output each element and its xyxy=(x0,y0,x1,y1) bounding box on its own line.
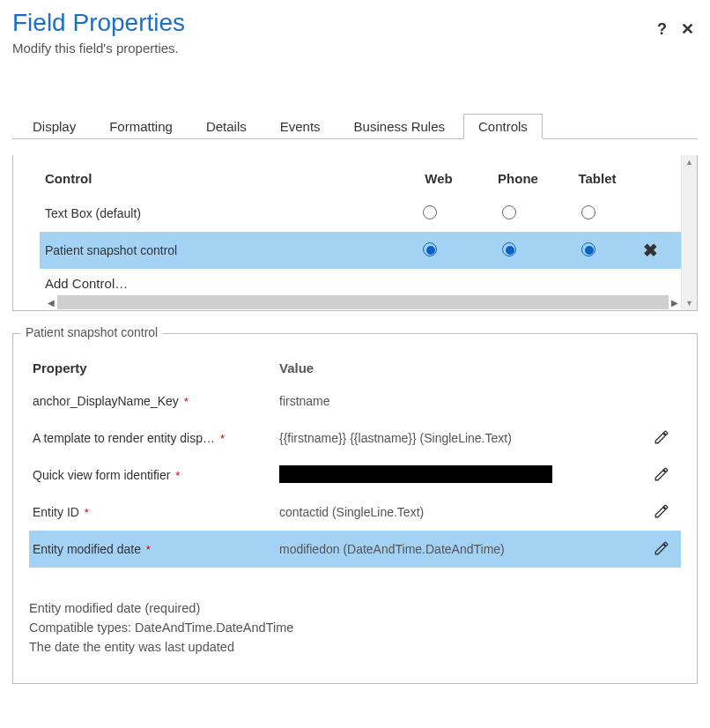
tab-controls[interactable]: Controls xyxy=(463,114,543,139)
property-name: Quick view form identifier * xyxy=(29,468,276,482)
radio-tablet[interactable] xyxy=(581,205,595,219)
required-asterisk-icon: * xyxy=(175,469,180,482)
close-icon[interactable]: ✕ xyxy=(681,19,694,39)
tab-display[interactable]: Display xyxy=(18,114,91,139)
control-name: Patient snapshot control xyxy=(40,243,390,257)
required-asterisk-icon: * xyxy=(146,543,151,556)
edit-property-icon[interactable] xyxy=(654,503,669,522)
controls-vscrollbar[interactable]: ▲ ▼ xyxy=(681,155,697,310)
controls-header-control: Control xyxy=(40,171,399,186)
radio-phone[interactable] xyxy=(502,205,516,219)
scroll-up-icon[interactable]: ▲ xyxy=(685,155,693,169)
required-asterisk-icon: * xyxy=(85,506,89,519)
tab-formatting[interactable]: Formatting xyxy=(94,114,188,139)
property-row[interactable]: Quick view form identifier * xyxy=(29,457,681,494)
dialog-subtitle: Modify this field's properties. xyxy=(12,41,698,56)
help-icon[interactable]: ? xyxy=(657,20,667,39)
control-name: Text Box (default) xyxy=(40,206,390,220)
radio-tablet[interactable] xyxy=(581,242,595,256)
edit-property-icon[interactable] xyxy=(654,466,669,485)
delete-control-icon[interactable]: ✖ xyxy=(643,241,658,260)
required-asterisk-icon: * xyxy=(220,432,225,445)
radio-web[interactable] xyxy=(423,242,437,256)
radio-web[interactable] xyxy=(423,205,437,219)
controls-panel: Control Web Phone Tablet Text Box (defau… xyxy=(12,155,698,311)
property-value xyxy=(276,465,642,486)
tab-events[interactable]: Events xyxy=(265,114,336,139)
property-description: Entity modified date (required) Compatib… xyxy=(29,599,681,657)
property-name: Entity ID * xyxy=(29,505,276,519)
redacted-value xyxy=(279,465,552,483)
controls-header-web: Web xyxy=(399,171,478,186)
edit-property-icon[interactable] xyxy=(654,540,669,559)
property-desc-line3: The date the entity was last updated xyxy=(29,638,681,657)
properties-header-value: Value xyxy=(276,360,642,375)
tab-strip: DisplayFormattingDetailsEventsBusiness R… xyxy=(12,113,698,139)
control-properties-fieldset: Patient snapshot control Property Value … xyxy=(12,333,698,684)
control-row[interactable]: Patient snapshot control✖ xyxy=(40,232,681,269)
tab-details[interactable]: Details xyxy=(191,114,262,139)
property-row[interactable]: A template to render entity disp… *{{fir… xyxy=(29,420,681,457)
fieldset-legend: Patient snapshot control xyxy=(20,325,163,339)
edit-property-icon[interactable] xyxy=(654,429,669,448)
property-value: contactid (SingleLine.Text) xyxy=(276,505,642,519)
properties-header-row: Property Value xyxy=(29,350,681,383)
tab-business-rules[interactable]: Business Rules xyxy=(339,114,460,139)
controls-header-tablet: Tablet xyxy=(558,171,637,186)
radio-phone[interactable] xyxy=(502,242,516,256)
property-desc-line2: Compatible types: DateAndTime.DateAndTim… xyxy=(29,619,681,638)
property-value: {{firstname}} {{lastname}} (SingleLine.T… xyxy=(276,431,642,445)
property-name: A template to render entity disp… * xyxy=(29,431,276,445)
property-row[interactable]: Entity modified date *modifiedon (DateAn… xyxy=(29,531,681,568)
property-name: anchor_DisplayName_Key * xyxy=(29,394,276,408)
required-asterisk-icon: * xyxy=(184,395,189,408)
property-desc-line1: Entity modified date (required) xyxy=(29,599,681,619)
scroll-h-track[interactable] xyxy=(57,295,669,309)
property-value: firstname xyxy=(276,394,642,408)
scroll-down-icon[interactable]: ▼ xyxy=(685,296,693,310)
property-name: Entity modified date * xyxy=(29,542,276,556)
property-row[interactable]: Entity ID *contactid (SingleLine.Text) xyxy=(29,494,681,531)
property-row[interactable]: anchor_DisplayName_Key *firstname xyxy=(29,383,681,420)
controls-header-row: Control Web Phone Tablet xyxy=(40,171,681,195)
control-row[interactable]: Text Box (default) xyxy=(40,195,681,232)
scroll-right-icon[interactable]: ▶ xyxy=(669,298,681,308)
property-value: modifiedon (DateAndTime.DateAndTime) xyxy=(276,542,642,556)
properties-header-property: Property xyxy=(29,360,276,375)
dialog-title: Field Properties xyxy=(12,9,698,37)
controls-header-phone: Phone xyxy=(478,171,558,186)
add-control-link[interactable]: Add Control… xyxy=(40,269,681,291)
controls-hscrollbar[interactable]: ◀ ▶ xyxy=(40,294,681,310)
scroll-left-icon[interactable]: ◀ xyxy=(45,298,57,308)
dialog-header: Field Properties Modify this field's pro… xyxy=(0,0,710,73)
